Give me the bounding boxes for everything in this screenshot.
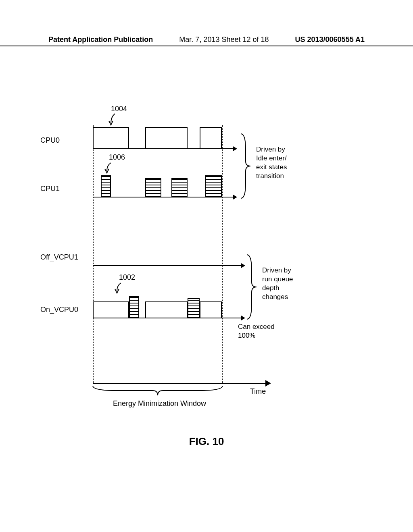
figure-label: FIG. 10	[189, 435, 224, 448]
axis-off-vcpu1	[93, 265, 242, 266]
cpu0-block-2	[145, 127, 188, 149]
brace-bottom	[92, 385, 223, 397]
cpu1-block-3	[171, 178, 188, 197]
arrow-cpu0	[233, 146, 237, 151]
vcpu0-block-5	[200, 301, 222, 318]
cpu1-block-4	[205, 175, 222, 197]
diagram: 1004 CPU0 1006 CPU1	[40, 113, 371, 411]
header-publication: Patent Application Publication	[48, 35, 153, 44]
ref-1006: 1006	[109, 153, 125, 162]
row-on-vcpu0: On_VCPU0	[40, 294, 371, 318]
cpu1-block-2	[145, 178, 161, 197]
time-label: Time	[250, 387, 266, 396]
annotation-exceed: Can exceed 100%	[238, 322, 275, 340]
brace-upper	[240, 133, 252, 200]
label-on-vcpu0: On_VCPU0	[40, 305, 93, 314]
header-date-sheet: Mar. 7, 2013 Sheet 12 of 18	[179, 35, 269, 44]
time-axis	[93, 383, 266, 384]
cpu1-block-1	[101, 175, 111, 197]
ref-1002-arrow	[113, 282, 125, 295]
cpu0-block-3	[200, 127, 222, 149]
label-cpu1: CPU1	[40, 185, 93, 193]
annotation-window: Energy Minimization Window	[113, 399, 206, 408]
annotation-idle: Driven by Idle enter/ exit states transi…	[256, 145, 287, 181]
row-cpu0: CPU0	[40, 125, 371, 149]
arrow-cpu1	[233, 195, 237, 200]
vcpu0-block-3	[145, 301, 188, 318]
label-off-vcpu1: Off_VCPU1	[40, 253, 93, 262]
arrow-off-vcpu1	[241, 263, 245, 268]
time-arrow-icon	[265, 380, 271, 387]
header-pub-number: US 2013/0060555 A1	[295, 35, 365, 44]
brace-lower	[246, 254, 258, 320]
label-cpu0: CPU0	[40, 136, 93, 145]
ref-1004: 1004	[111, 105, 127, 113]
vcpu0-block-2	[129, 296, 139, 318]
ref-1002: 1002	[119, 273, 135, 282]
vcpu0-block-4	[188, 298, 200, 318]
arrow-on-vcpu0	[241, 316, 245, 320]
annotation-runqueue: Driven by run queue depth changes	[262, 266, 293, 301]
vcpu0-block-1	[93, 301, 129, 318]
cpu0-block-1	[93, 127, 129, 149]
row-off-vcpu1: Off_VCPU1	[40, 242, 371, 266]
row-cpu1: CPU1	[40, 173, 371, 197]
